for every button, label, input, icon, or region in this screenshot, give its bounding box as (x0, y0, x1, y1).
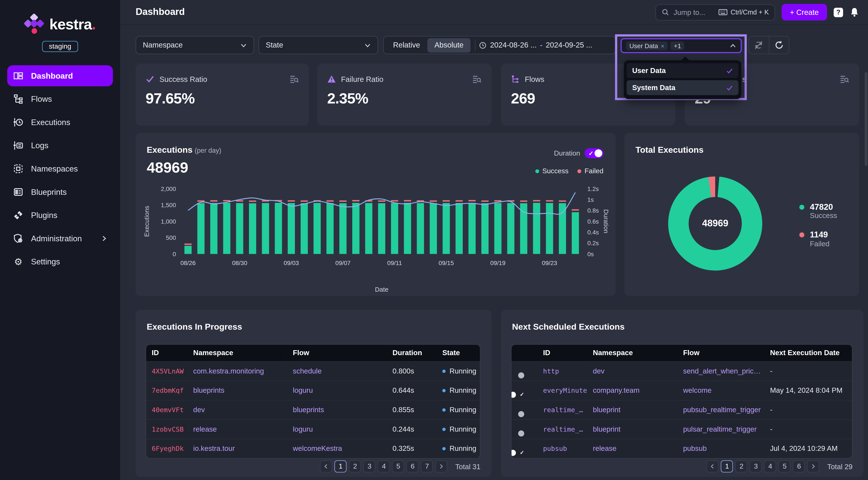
scheduled-title: Next Scheduled Executions (512, 322, 625, 332)
page-button[interactable]: 6 (407, 460, 418, 473)
page-button[interactable]: 4 (378, 460, 390, 473)
next-page-button[interactable] (807, 460, 819, 473)
list-search-icon[interactable] (840, 75, 849, 84)
page-button[interactable]: 6 (793, 460, 805, 473)
donut-center-value: 48969 (702, 218, 728, 229)
namespace-filter-select[interactable]: Namespace (135, 36, 254, 54)
relative-tab[interactable]: Relative (386, 41, 427, 49)
total-count-label: Total 31 (455, 462, 480, 471)
svg-text:0.8s: 0.8s (587, 207, 599, 214)
sidebar-item-label: Administration (31, 234, 82, 243)
absolute-tab[interactable]: Absolute (427, 38, 471, 52)
table-row[interactable]: ✓ httpdev send_alert_when_price…- (512, 361, 852, 381)
svg-text:08/26: 08/26 (181, 259, 195, 266)
table-row[interactable]: ✓ everyMinutecompany.team welcomeMay 14,… (512, 381, 852, 400)
sidebar-item-settings[interactable]: ⚙ Settings (7, 251, 113, 272)
list-search-icon[interactable] (290, 75, 299, 84)
topbar: Dashboard Jump to... Ctrl/Cmd + K + Crea… (120, 0, 868, 25)
dropdown-option-system-data[interactable]: System Data (627, 80, 738, 95)
sidebar-item-plugins[interactable]: Plugins (7, 205, 113, 226)
svg-text:0.6s: 0.6s (587, 218, 599, 225)
alert-triangle-icon (327, 75, 336, 84)
page-button[interactable]: 7 (421, 460, 433, 473)
table-row[interactable]: ✓ realtime_…blueprint pulsar_realtime_tr… (512, 419, 852, 439)
sidebar-item-logs[interactable]: Logs (7, 135, 113, 156)
card-value: 97.65% (146, 90, 299, 107)
svg-text:09/11: 09/11 (387, 259, 402, 266)
page-button[interactable]: 2 (735, 460, 747, 473)
logo-text: kestra. (49, 16, 96, 33)
sidebar: kestra. staging Dashboard Flows Executio… (0, 0, 120, 480)
svg-text:1,000: 1,000 (161, 218, 176, 225)
executions-chart[interactable]: 05001,0001,5002,0000s0.2s0.4s0.6s0.8s1s1… (140, 182, 611, 294)
prev-page-button[interactable] (320, 460, 333, 473)
sidebar-item-dashboard[interactable]: Dashboard (7, 65, 113, 86)
table-row[interactable]: ✓ realtime_…blueprint pubsub_realtime_tr… (512, 400, 852, 419)
sidebar-item-executions[interactable]: Executions (7, 112, 113, 133)
selected-tag-chip: User Data × (626, 41, 668, 50)
state-filter-select[interactable]: State (258, 36, 378, 54)
more-count-chip: +1 (671, 41, 684, 50)
card-value: 2.35% (327, 90, 482, 107)
svg-text:1,500: 1,500 (161, 201, 176, 209)
svg-text:09/07: 09/07 (336, 259, 350, 266)
table-row[interactable]: ✓ pubsubrelease pubsubJul 4, 2024 10:29 … (512, 439, 852, 458)
page-button[interactable]: 5 (392, 460, 404, 473)
page-button[interactable]: 3 (750, 460, 762, 473)
table-row[interactable]: 7edbmKqfblueprints loguru0.644s Running (146, 381, 480, 400)
duration-toggle-label: Duration (554, 150, 580, 157)
prev-page-button[interactable] (707, 460, 719, 473)
svg-text:500: 500 (166, 234, 176, 241)
in-progress-table: IDNamespace FlowDuration State 4X5VLnAWc… (146, 345, 480, 458)
end-date-input[interactable]: 2024-09-25 ... (546, 41, 592, 49)
check-icon (726, 85, 733, 91)
page-button[interactable]: 5 (778, 460, 790, 473)
svg-text:2,000: 2,000 (161, 185, 176, 192)
svg-text:0: 0 (173, 251, 176, 257)
clock-icon (479, 41, 487, 49)
next-scheduled-panel: Next Scheduled Executions IDNamespace Fl… (501, 310, 864, 477)
refresh-button[interactable] (769, 36, 789, 54)
jump-to-search[interactable]: Jump to... Ctrl/Cmd + K (655, 4, 775, 20)
svg-text:1.2s: 1.2s (587, 185, 599, 192)
table-row[interactable]: 6FyeghDkio.kestra.tour welcomeKestra0.32… (146, 439, 480, 458)
page-button[interactable]: 3 (363, 460, 375, 473)
search-icon (661, 8, 669, 16)
page-button[interactable]: 1 (335, 460, 347, 473)
dropdown-option-user-data[interactable]: User Data (627, 63, 738, 78)
kestra-logo[interactable]: kestra. (0, 13, 120, 35)
page-button[interactable]: 1 (721, 460, 733, 473)
table-row[interactable]: 40emvVFtdev blueprints0.855s Running (146, 400, 480, 419)
chevron-down-icon (364, 42, 371, 49)
svg-text:Duration: Duration (602, 209, 610, 233)
auto-refresh-off-button[interactable] (749, 36, 769, 54)
sidebar-nav: Dashboard Flows Executions Logs Namespac… (0, 65, 120, 272)
date-range-control: Relative Absolute 2024-08-26 ... - 2024-… (383, 36, 616, 54)
table-row[interactable]: 1zobvCSBrelease loguru0.244s Running (146, 419, 480, 439)
list-search-icon[interactable] (472, 75, 482, 84)
executions-in-progress-panel: Executions In Progress IDNamespace FlowD… (135, 310, 492, 477)
total-count-label: Total 29 (827, 462, 852, 471)
remove-tag-icon[interactable]: × (661, 42, 664, 49)
svg-text:Executions: Executions (143, 206, 150, 237)
duration-toggle[interactable]: ✓ (585, 148, 603, 158)
data-type-multiselect[interactable]: User Data × +1 (621, 38, 742, 53)
sidebar-item-namespaces[interactable]: Namespaces (7, 158, 113, 179)
page-button[interactable]: 2 (349, 460, 361, 473)
sidebar-item-flows[interactable]: Flows (7, 89, 113, 109)
sidebar-item-blueprints[interactable]: Blueprints (7, 182, 113, 202)
state-filter-label: State (266, 41, 283, 49)
page-scrollbar[interactable] (865, 72, 868, 166)
page-button[interactable]: 4 (764, 460, 776, 473)
help-button[interactable]: ? (834, 7, 843, 17)
start-date-input[interactable]: 2024-08-26 ... (479, 41, 537, 49)
create-button[interactable]: + Create (781, 4, 827, 21)
notifications-bell-icon[interactable] (849, 7, 859, 17)
next-page-button[interactable] (435, 460, 447, 473)
namespaces-icon (13, 163, 24, 174)
sidebar-item-label: Namespaces (31, 164, 78, 173)
table-row[interactable]: 4X5VLnAWcom.kestra.monitoring schedule0.… (146, 361, 480, 381)
data-type-dropdown: User Data System Data (624, 60, 741, 99)
total-executions-donut[interactable]: 48969 (668, 177, 762, 270)
sidebar-item-administration[interactable]: Administration (7, 228, 113, 249)
